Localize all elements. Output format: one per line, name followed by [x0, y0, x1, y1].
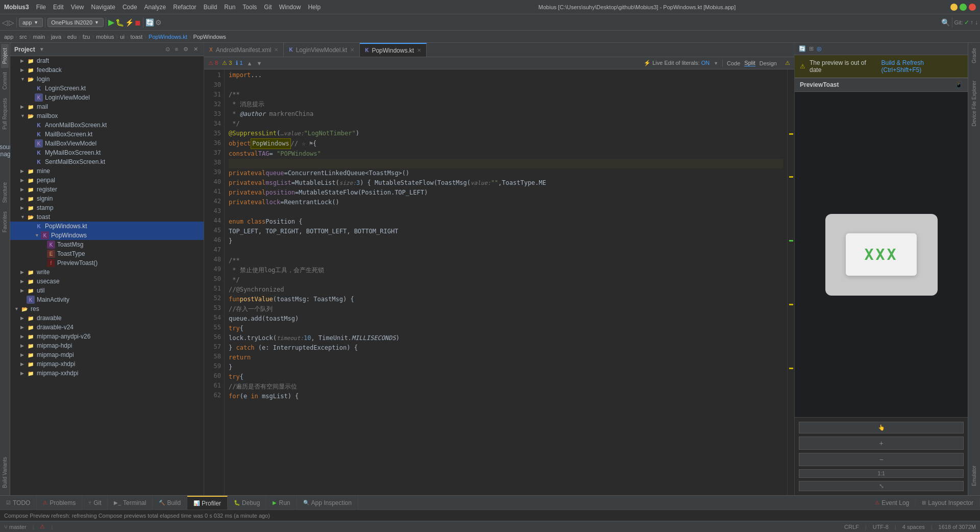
- tree-item-register[interactable]: ▶ 📁 register: [10, 185, 204, 194]
- tree-item-res[interactable]: ▼ 📂 res: [10, 304, 204, 313]
- expand-icon[interactable]: ▲: [247, 60, 253, 66]
- tree-item-draft[interactable]: ▶ 📁 draft: [10, 56, 204, 65]
- tab-loginviewmodel[interactable]: K LoginViewModel.kt ✕: [284, 43, 360, 57]
- zoom-out-btn[interactable]: −: [799, 453, 964, 466]
- menu-edit[interactable]: Edit: [50, 3, 67, 12]
- bc-popwindows-kt[interactable]: PopWindows.kt: [149, 34, 187, 40]
- bottom-tab-event-log[interactable]: ⚠ Event Log: [869, 499, 916, 506]
- bc-edu[interactable]: edu: [67, 34, 77, 40]
- preview-device-icon[interactable]: 📱: [955, 81, 963, 88]
- tree-item-mipmap-mdpi[interactable]: ▶ 📁 mipmap-mdpi: [10, 350, 204, 359]
- chevron-down-icon[interactable]: ▼: [714, 61, 718, 66]
- sync-button[interactable]: 🔄: [145, 18, 154, 27]
- bottom-tab-debug[interactable]: 🐛 Debug: [228, 496, 266, 510]
- tree-item-toast[interactable]: ▼ 📂 toast: [10, 212, 204, 222]
- maximize-button[interactable]: [960, 4, 967, 11]
- bc-ui[interactable]: ui: [120, 34, 125, 40]
- tree-item-drawable-v24[interactable]: ▶ 📁 drawable-v24: [10, 323, 204, 332]
- bc-main[interactable]: main: [33, 34, 45, 40]
- menu-help[interactable]: Help: [305, 3, 324, 12]
- menu-refactor[interactable]: Refactor: [170, 3, 199, 12]
- commit-panel-toggle[interactable]: Commit: [1, 68, 9, 93]
- tree-item-popwindows-kt[interactable]: K PopWindows.kt: [10, 222, 204, 231]
- warning-count[interactable]: ⚠ 3: [222, 60, 232, 66]
- panel-settings-btn[interactable]: ⚙: [182, 45, 190, 53]
- tree-item-toasttype[interactable]: E ToastType: [10, 249, 204, 258]
- favorites-toggle[interactable]: Favorites: [1, 207, 9, 236]
- bottom-tab-terminal[interactable]: ▶_ Terminal: [108, 496, 153, 510]
- run-config-dropdown[interactable]: app ▼: [19, 18, 43, 27]
- bottom-tab-todo[interactable]: ☑ TODO: [0, 496, 37, 510]
- menu-analyze[interactable]: Analyze: [141, 3, 169, 12]
- bc-java[interactable]: java: [51, 34, 61, 40]
- bc-app[interactable]: app: [4, 34, 13, 40]
- git-actions[interactable]: ↑ ↓: [970, 19, 978, 26]
- bottom-tab-run[interactable]: ▶ Run: [266, 496, 297, 510]
- panel-collapse-btn[interactable]: ≡: [174, 45, 180, 53]
- tree-item-mail[interactable]: ▶ 📁 mail: [10, 102, 204, 111]
- gradle-panel-toggle[interactable]: Gradle: [970, 45, 978, 66]
- profile-button[interactable]: ⚡: [125, 18, 134, 27]
- tab-close-icon[interactable]: ✕: [274, 47, 278, 53]
- tab-close-icon[interactable]: ✕: [417, 47, 421, 53]
- bottom-tab-git[interactable]: ⑂ Git: [82, 496, 108, 510]
- panel-locate-btn[interactable]: ⊙: [164, 45, 172, 53]
- nav-forward-icon[interactable]: ▷: [9, 18, 14, 27]
- git-status[interactable]: ⑂ master: [4, 524, 27, 530]
- crlf-status[interactable]: CRLF: [844, 524, 859, 530]
- tree-item-write[interactable]: ▶ 📁 write: [10, 268, 204, 277]
- panel-close-btn[interactable]: ✕: [192, 45, 200, 53]
- layout-grid-icon[interactable]: ⊞: [809, 45, 814, 52]
- tree-item-toastmsg[interactable]: K ToastMsg: [10, 240, 204, 249]
- tree-item-mailboxviewmodel[interactable]: K MailBoxViewModel: [10, 139, 204, 148]
- tree-item-loginviewmodel[interactable]: K LoginViewModel: [10, 93, 204, 102]
- indent-status[interactable]: 4 spaces: [902, 524, 925, 530]
- tree-item-mipmap-xhdpi[interactable]: ▶ 📁 mipmap-xhdpi: [10, 359, 204, 369]
- zoom-in-btn[interactable]: +: [799, 437, 964, 450]
- code-area[interactable]: import ... /** * 消息提示 * @author markrenC…: [225, 69, 787, 495]
- nav-back-icon[interactable]: ◁: [2, 18, 8, 27]
- bc-mobius[interactable]: mobius: [96, 34, 114, 40]
- search-everywhere-icon[interactable]: 🔍: [941, 18, 950, 27]
- reset-zoom-btn[interactable]: 1:1: [799, 469, 964, 478]
- tree-item-mine[interactable]: ▶ 📁 mine: [10, 166, 204, 176]
- gradle-sync-icon[interactable]: ⚙: [155, 18, 162, 27]
- live-edit-label[interactable]: ⚡ Live Edit of literals: ON: [644, 60, 709, 66]
- tree-item-mipmap-xxhdpi[interactable]: ▶ 📁 mipmap-xxhdpi: [10, 369, 204, 378]
- tree-item-usecase[interactable]: ▶ 📁 usecase: [10, 277, 204, 286]
- tree-item-penpal[interactable]: ▶ 📁 penpal: [10, 176, 204, 185]
- tree-item-mipmap-anydpi[interactable]: ▶ 📁 mipmap-anydpi-v26: [10, 332, 204, 341]
- info-count[interactable]: ℹ 1: [236, 60, 242, 66]
- bottom-tab-app-inspection[interactable]: 🔍 App Inspection: [297, 496, 358, 510]
- tree-item-sentmailbox[interactable]: K SentMailBoxScreen.kt: [10, 157, 204, 166]
- tree-item-mipmap-hdpi[interactable]: ▶ 📁 mipmap-hdpi: [10, 341, 204, 350]
- bc-popwindows[interactable]: PopWindows: [193, 34, 226, 40]
- refresh-icon[interactable]: 🔄: [799, 45, 806, 52]
- emulator-panel-toggle[interactable]: Emulator: [970, 463, 978, 489]
- device-dropdown[interactable]: OnePlus IN2020 ▼: [47, 18, 104, 27]
- highlight-icon[interactable]: ◎: [817, 45, 822, 52]
- tree-item-login[interactable]: ▼ 📂 login: [10, 75, 204, 84]
- menu-run[interactable]: Run: [221, 3, 238, 12]
- tree-item-loginscreen[interactable]: K LoginScreen.kt: [10, 84, 204, 93]
- build-variants-toggle[interactable]: Build Variants: [1, 453, 9, 492]
- close-button[interactable]: [969, 4, 976, 11]
- error-status[interactable]: ⚠: [40, 523, 45, 530]
- tree-item-mainactivity[interactable]: K MainActivity: [10, 295, 204, 304]
- code-label[interactable]: Code: [727, 60, 740, 66]
- tree-item-popwindows-obj[interactable]: ▼ K PopWindows: [10, 231, 204, 240]
- build-refresh-link[interactable]: Build & Refresh (Ctrl+Shift+F5): [881, 59, 963, 74]
- stop-button[interactable]: ◼: [135, 18, 141, 27]
- bc-fzu[interactable]: fzu: [83, 34, 90, 40]
- bc-src[interactable]: src: [19, 34, 27, 40]
- design-label[interactable]: Design: [760, 60, 777, 66]
- run-button[interactable]: ▶: [108, 17, 114, 27]
- bottom-tab-problems[interactable]: ⚠ Problems: [37, 496, 82, 510]
- tab-close-icon[interactable]: ✕: [350, 47, 354, 53]
- debug-button[interactable]: 🐛: [115, 18, 124, 27]
- project-panel-toggle[interactable]: Project: [1, 44, 9, 68]
- tree-item-mailbox[interactable]: ▼ 📂 mailbox: [10, 111, 204, 120]
- touch-mode-btn[interactable]: 👆: [799, 422, 964, 433]
- menu-git[interactable]: Git: [261, 3, 275, 12]
- tree-item-drawable[interactable]: ▶ 📁 drawable: [10, 313, 204, 323]
